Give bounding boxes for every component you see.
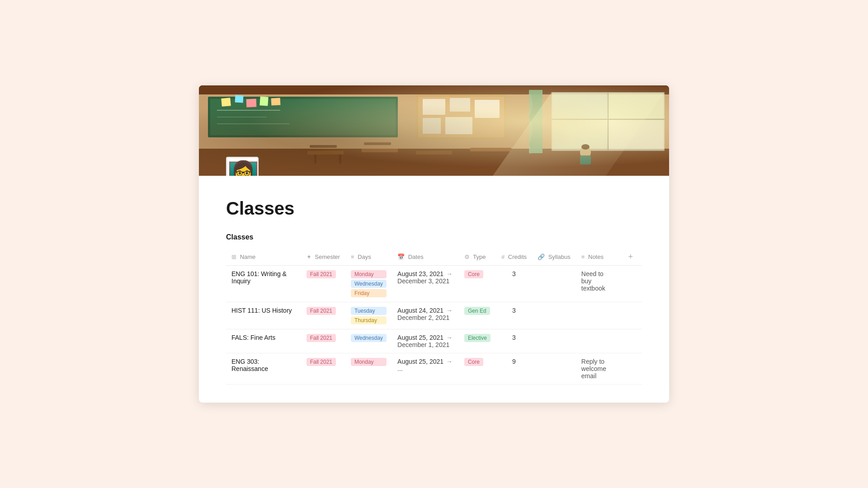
semester-tag[interactable]: Fall 2021 <box>307 358 336 366</box>
cell-add <box>619 353 642 385</box>
page-container: 👩‍🏫 Classes Classes ⊞ Name ✦ Semester <box>199 85 669 403</box>
day-tag[interactable]: Monday <box>351 358 387 366</box>
cell-notes <box>576 329 619 353</box>
cell-credits: 3 <box>496 329 532 353</box>
svg-rect-3 <box>199 94 669 149</box>
col-name[interactable]: ⊞ Name <box>226 249 301 266</box>
cell-type: Elective <box>459 329 496 353</box>
svg-rect-44 <box>271 98 281 105</box>
col-dates[interactable]: 📅 Dates <box>392 249 459 266</box>
cell-notes <box>576 302 619 329</box>
col-type[interactable]: ⚙ Type <box>459 249 496 266</box>
svg-rect-23 <box>609 120 664 150</box>
svg-rect-13 <box>475 100 500 118</box>
dot-icon: ⚙ <box>464 253 470 260</box>
day-tag[interactable]: Monday <box>351 270 387 278</box>
day-tag[interactable]: Thursday <box>351 316 387 324</box>
svg-point-38 <box>581 144 590 150</box>
cell-credits: 9 <box>496 353 532 385</box>
type-tag[interactable]: Core <box>464 270 483 278</box>
svg-rect-30 <box>393 152 396 162</box>
col-syllabus[interactable]: 🔗 Syllabus <box>532 249 576 266</box>
cell-semester: Fall 2021 <box>301 329 345 353</box>
col-notes[interactable]: ≡ Notes <box>576 249 619 266</box>
section-label: Classes <box>226 233 642 241</box>
cell-semester: Fall 2021 <box>301 266 345 302</box>
add-column-button[interactable]: + <box>624 252 637 261</box>
content-area: Classes Classes ⊞ Name ✦ Semester <box>199 176 669 403</box>
cell-dates: August 25, 2021 →December 1, 2021 <box>392 329 459 353</box>
cell-semester: Fall 2021 <box>301 302 345 329</box>
svg-rect-41 <box>235 95 244 103</box>
svg-point-35 <box>580 146 591 159</box>
svg-rect-14 <box>423 118 441 134</box>
cell-dates: August 24, 2021 →December 2, 2021 <box>392 302 459 329</box>
semester-tag[interactable]: Fall 2021 <box>307 307 336 315</box>
svg-rect-26 <box>314 155 316 164</box>
svg-rect-40 <box>221 98 231 107</box>
cell-dates: August 25, 2021 →... <box>392 353 459 385</box>
col-add[interactable]: + <box>619 249 642 266</box>
svg-rect-29 <box>368 152 371 162</box>
calendar-icon: 📅 <box>397 253 405 260</box>
svg-rect-12 <box>450 98 470 112</box>
day-tag[interactable]: Tuesday <box>351 307 387 315</box>
svg-rect-10 <box>418 97 504 137</box>
cell-notes: Need to buy textbook <box>576 266 619 302</box>
svg-rect-32 <box>470 148 511 151</box>
table-row: ENG 101: Writing & InquiryFall 2021Monda… <box>226 266 642 302</box>
type-tag[interactable]: Elective <box>464 334 491 342</box>
cell-days: TuesdayThursday <box>345 302 392 329</box>
col-credits[interactable]: # Credits <box>496 249 532 266</box>
svg-rect-2 <box>199 85 669 94</box>
col-days[interactable]: ≡ Days <box>345 249 392 266</box>
cell-credits: 3 <box>496 266 532 302</box>
cell-syllabus <box>532 329 576 353</box>
svg-rect-42 <box>246 99 257 108</box>
table-row: HIST 111: US HistoryFall 2021TuesdayThur… <box>226 302 642 329</box>
cell-name: HIST 111: US History <box>226 302 301 329</box>
person-icon: ⊞ <box>231 253 236 260</box>
svg-rect-5 <box>210 99 396 135</box>
cover-image: 👩‍🏫 <box>199 85 669 176</box>
svg-rect-43 <box>259 96 268 106</box>
cell-days: Wednesday <box>345 329 392 353</box>
type-tag[interactable]: Core <box>464 358 483 366</box>
cell-days: Monday <box>345 353 392 385</box>
svg-rect-20 <box>552 93 607 118</box>
cell-syllabus <box>532 353 576 385</box>
svg-rect-21 <box>609 93 664 118</box>
day-tag[interactable]: Wednesday <box>351 280 387 288</box>
semester-tag[interactable]: Fall 2021 <box>307 334 336 342</box>
svg-rect-36 <box>580 155 591 164</box>
settings-icon: ✦ <box>307 253 311 260</box>
page-title: Classes <box>226 198 642 219</box>
cell-add <box>619 302 642 329</box>
svg-rect-17 <box>552 92 665 151</box>
svg-rect-0 <box>199 85 669 176</box>
cell-name: FALS: Fine Arts <box>226 329 301 353</box>
svg-rect-1 <box>199 149 669 176</box>
col-semester[interactable]: ✦ Semester <box>301 249 345 266</box>
cell-dates: August 23, 2021 →December 3, 2021 <box>392 266 459 302</box>
svg-rect-28 <box>362 149 398 152</box>
day-tag[interactable]: Wednesday <box>351 334 387 342</box>
cell-type: Core <box>459 353 496 385</box>
svg-rect-11 <box>423 99 445 115</box>
svg-rect-33 <box>310 145 337 148</box>
cell-type: Core <box>459 266 496 302</box>
cell-syllabus <box>532 266 576 302</box>
hash-icon: # <box>501 253 505 260</box>
lines-icon: ≡ <box>581 253 585 260</box>
classes-table: ⊞ Name ✦ Semester ≡ Days 📅 <box>226 249 642 385</box>
list-icon: ≡ <box>351 253 354 260</box>
type-tag[interactable]: Gen Ed <box>464 307 490 315</box>
svg-rect-16 <box>552 92 665 151</box>
svg-rect-34 <box>364 142 391 145</box>
table-header-row: ⊞ Name ✦ Semester ≡ Days 📅 <box>226 249 642 266</box>
table-row: ENG 303: RenaissanceFall 2021MondayAugus… <box>226 353 642 385</box>
semester-tag[interactable]: Fall 2021 <box>307 270 336 278</box>
svg-point-37 <box>582 145 589 154</box>
day-tag[interactable]: Friday <box>351 289 387 297</box>
svg-rect-9 <box>416 94 506 140</box>
